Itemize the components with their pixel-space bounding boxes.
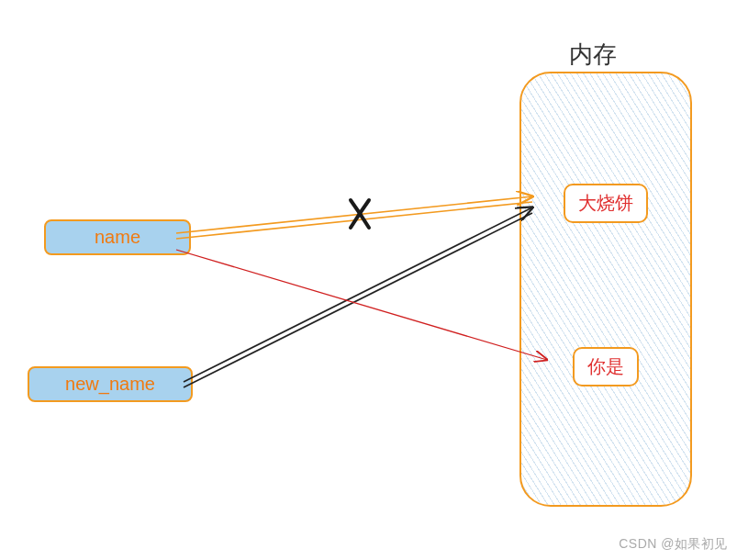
arrow-name-to-value1 [176, 196, 532, 239]
svg-line-2 [184, 207, 532, 382]
watermark-text: CSDN @如果初见 [619, 536, 728, 553]
svg-line-1 [176, 202, 532, 239]
variable-name-box: name [44, 219, 191, 255]
memory-cell-value2: 你是 [573, 347, 639, 386]
memory-label: 内存 [569, 39, 617, 71]
arrow-name-to-value2 [176, 250, 547, 360]
svg-line-3 [184, 213, 532, 387]
diagram-canvas: name new_name 内存 大烧饼 你是 [0, 0, 737, 560]
svg-line-0 [176, 196, 532, 233]
svg-line-4 [176, 250, 547, 360]
variable-new-name-box: new_name [28, 366, 193, 402]
cross-mark-icon [351, 200, 369, 228]
memory-cell-value1: 大烧饼 [564, 184, 648, 223]
memory-box: 大烧饼 你是 [519, 72, 692, 507]
arrow-newname-to-value1 [184, 207, 532, 387]
memory-hatch-pattern [521, 73, 690, 505]
